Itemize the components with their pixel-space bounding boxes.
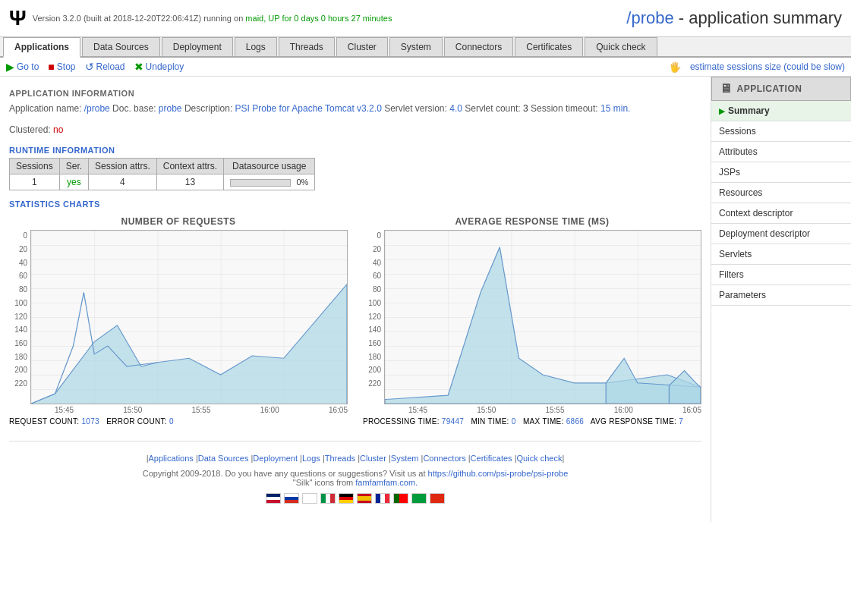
- footer-link-certificates[interactable]: Certificates: [471, 454, 512, 463]
- processing-time-value: 79447: [442, 417, 464, 426]
- copyright: Copyright 2009-2018. Do you have any que…: [143, 469, 426, 478]
- footer-link-threads[interactable]: Threads: [325, 454, 355, 463]
- sidebar-label-context-descriptor: Context descriptor: [719, 208, 793, 218]
- tab-quick-check[interactable]: Quick check: [585, 37, 657, 56]
- footer-link-connectors[interactable]: Connectors: [423, 454, 465, 463]
- server-link[interactable]: maid,: [245, 14, 266, 23]
- sidebar-item-sessions[interactable]: Sessions: [711, 121, 851, 142]
- col-context-attrs: Context attrs.: [156, 159, 223, 174]
- tab-certificates[interactable]: Certificates: [515, 37, 583, 56]
- desc-value: PSI Probe for Apache Tomcat v3.2.0: [235, 103, 382, 114]
- max-time-label: MAX TIME:: [523, 417, 564, 426]
- charts-area: NUMBER OF REQUESTS 220 200 180 160 140 1…: [9, 216, 701, 426]
- stop-label: Stop: [57, 61, 76, 72]
- min-time-label: MIN TIME:: [471, 417, 509, 426]
- col-datasource: Datasource usage: [224, 159, 315, 174]
- stop-button[interactable]: ■ Stop: [48, 61, 75, 73]
- footer-link-quick-check[interactable]: Quick check: [517, 454, 563, 463]
- sidebar-item-jsps[interactable]: JSPs: [711, 162, 851, 183]
- flag-fr[interactable]: [375, 493, 390, 504]
- page-footer: |Applications |Data Sources |Deployment …: [9, 441, 701, 516]
- footer-link-cluster[interactable]: Cluster: [360, 454, 386, 463]
- requests-chart-svg: [31, 231, 347, 404]
- sidebar-item-resources[interactable]: Resources: [711, 183, 851, 203]
- flag-cn[interactable]: [430, 493, 445, 504]
- tab-deployment[interactable]: Deployment: [162, 37, 233, 56]
- servlet-version-value: 4.0: [449, 103, 462, 114]
- language-flags: [21, 493, 689, 504]
- response-chart-inner: 15:45 15:50 15:55 16:00 16:05: [384, 230, 701, 414]
- footer-link-applications[interactable]: Applications: [149, 454, 194, 463]
- footer-link-system[interactable]: System: [391, 454, 419, 463]
- main-layout: APPLICATION INFORMATION Application name…: [0, 77, 851, 522]
- sidebar-label-parameters: Parameters: [719, 290, 766, 300]
- response-y-axis: 220 200 180 160 140 120 100 80 60 40 20 …: [363, 230, 384, 389]
- silk-text: "Silk" icons from: [293, 478, 353, 487]
- requests-y-axis: 220 200 180 160 140 120 100 80 60 40 20 …: [9, 230, 30, 389]
- requests-chart-title: NUMBER OF REQUESTS: [9, 216, 348, 227]
- flag-pt[interactable]: [393, 493, 408, 504]
- tab-threads[interactable]: Threads: [279, 37, 335, 56]
- avg-value: 7: [679, 417, 683, 426]
- footer-link-deployment[interactable]: Deployment: [253, 454, 298, 463]
- request-count-label: REQUEST COUNT:: [9, 417, 79, 426]
- tab-applications[interactable]: Applications: [3, 37, 80, 58]
- datasource-pct-text: 0%: [296, 178, 308, 187]
- goto-button[interactable]: ▶ Go to: [6, 61, 39, 73]
- github-link[interactable]: https://github.com/psi-probe/psi-probe: [428, 469, 569, 478]
- sidebar-item-attributes[interactable]: Attributes: [711, 142, 851, 162]
- arrow-icon: ▶: [719, 107, 725, 115]
- error-count-label: ERROR COUNT:: [106, 417, 167, 426]
- flag-br[interactable]: [411, 493, 427, 504]
- servlet-version-label: Servlet version:: [384, 103, 447, 114]
- app-info-header: APPLICATION INFORMATION: [9, 89, 701, 98]
- requests-chart-svg-area: [30, 230, 348, 404]
- table-row: 1 yes 4 13 0%: [10, 174, 315, 190]
- footer-link-logs[interactable]: Logs: [302, 454, 320, 463]
- flag-es[interactable]: [357, 493, 372, 504]
- flag-ru[interactable]: [284, 493, 299, 504]
- sidebar-item-filters[interactable]: Filters: [711, 265, 851, 285]
- footer-nav: |Applications |Data Sources |Deployment …: [21, 454, 689, 463]
- context-attrs-value: 13: [156, 174, 223, 190]
- runtime-table: Sessions Ser. Session attrs. Context att…: [9, 158, 315, 190]
- tab-cluster[interactable]: Cluster: [336, 37, 388, 56]
- app-info-row2: Clustered: no: [9, 122, 701, 139]
- sidebar-label-jsps: JSPs: [719, 167, 740, 178]
- sidebar: 🖥 APPLICATION ▶ Summary Sessions Attribu…: [711, 77, 851, 522]
- sessions-value: 1: [10, 174, 60, 190]
- estimate-sessions-link[interactable]: estimate sessions size (could be slow): [690, 61, 845, 72]
- flag-jp[interactable]: [302, 493, 317, 504]
- requests-stats: REQUEST COUNT: 1073 ERROR COUNT: 0: [9, 417, 348, 426]
- col-session-attrs: Session attrs.: [89, 159, 157, 174]
- desc-label: Description:: [184, 103, 232, 114]
- sidebar-label-attributes: Attributes: [719, 146, 758, 157]
- tab-system[interactable]: System: [389, 37, 443, 56]
- toolbar: ▶ Go to ■ Stop ↺ Reload ✖ Undeploy 🖐 est…: [0, 58, 851, 77]
- charts-header: STATISTICS CHARTS: [9, 200, 701, 209]
- tab-data-sources[interactable]: Data Sources: [82, 37, 160, 56]
- undeploy-button[interactable]: ✖ Undeploy: [134, 61, 184, 73]
- tab-logs[interactable]: Logs: [235, 37, 277, 56]
- sidebar-item-parameters[interactable]: Parameters: [711, 285, 851, 306]
- version-info: Version 3.2.0 (built at 2018-12-20T22:06…: [33, 14, 392, 23]
- name-label: Application name:: [9, 103, 81, 114]
- flag-gb[interactable]: [266, 493, 281, 504]
- min-time-value: 0: [512, 417, 516, 426]
- sidebar-item-servlets[interactable]: Servlets: [711, 244, 851, 265]
- version-text: Version 3.2.0 (built at 2018-12-20T22:06…: [33, 14, 244, 23]
- flag-it[interactable]: [320, 493, 336, 504]
- requests-x-axis: 15:45 15:50 15:55 16:00 16:05: [30, 406, 348, 414]
- sidebar-label-deployment-descriptor: Deployment descriptor: [719, 228, 810, 239]
- flag-de[interactable]: [339, 493, 354, 504]
- silk-link[interactable]: famfamfam.com.: [355, 478, 418, 487]
- datasource-progress-bar: [230, 179, 291, 187]
- reload-button[interactable]: ↺ Reload: [85, 61, 125, 73]
- sidebar-item-context-descriptor[interactable]: Context descriptor: [711, 203, 851, 224]
- footer-link-data-sources[interactable]: Data Sources: [198, 454, 249, 463]
- sidebar-item-deployment-descriptor[interactable]: Deployment descriptor: [711, 224, 851, 244]
- app-name-value: /probe: [84, 103, 110, 114]
- tab-connectors[interactable]: Connectors: [444, 37, 513, 56]
- sidebar-item-summary[interactable]: ▶ Summary: [711, 101, 851, 121]
- sidebar-header: 🖥 APPLICATION: [711, 77, 851, 101]
